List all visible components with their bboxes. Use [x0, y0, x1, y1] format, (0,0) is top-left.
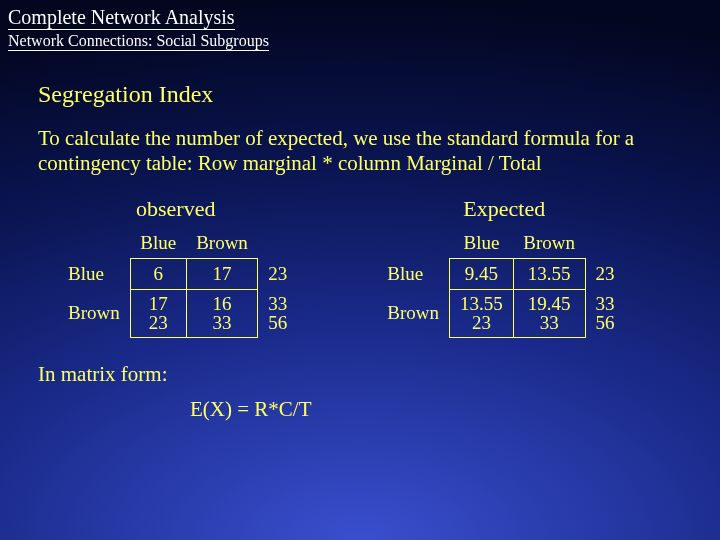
- observed-title: observed: [58, 196, 297, 222]
- observed-row-brown-label: Brown: [58, 289, 130, 338]
- observed-r1c2: 17: [186, 258, 258, 289]
- observed-col-brown: Brown: [186, 228, 258, 259]
- expected-r1c2: 13.55: [513, 258, 585, 289]
- expected-table: Blue Brown Blue 9.45 13.55 23 Brown 13.5…: [377, 228, 624, 339]
- observed-r2c2: 16 33: [186, 289, 258, 338]
- expected-r1c1: 9.45: [450, 258, 514, 289]
- expected-r1-marginal: 23: [585, 258, 625, 289]
- slide-subtitle: Network Connections: Social Subgroups: [8, 32, 269, 51]
- expected-row-blue-label: Blue: [377, 258, 449, 289]
- observed-r1-marginal: 23: [258, 258, 298, 289]
- expected-title: Expected: [377, 196, 624, 222]
- expected-r2-marginal: 33 56: [585, 289, 625, 338]
- formula: E(X) = R*C/T: [0, 397, 720, 422]
- observed-r2c1: 17 23: [130, 289, 186, 338]
- expected-col-brown: Brown: [513, 228, 585, 259]
- expected-r2c1: 13.55 23: [450, 289, 514, 338]
- observed-r2-marginal: 33 56: [258, 289, 298, 338]
- observed-table: Blue Brown Blue 6 17 23 Brown 17 23: [58, 228, 297, 339]
- expected-row-brown-label: Brown: [377, 289, 449, 338]
- observed-r1c1: 6: [130, 258, 186, 289]
- matrix-form-label: In matrix form:: [0, 362, 720, 387]
- observed-row-blue-label: Blue: [58, 258, 130, 289]
- expected-block: Expected Blue Brown Blue 9.45 13.55 23 B…: [377, 196, 624, 339]
- expected-r2c2: 19.45 33: [513, 289, 585, 338]
- observed-block: observed Blue Brown Blue 6 17 23 Brown: [58, 196, 297, 339]
- section-heading: Segregation Index: [38, 81, 682, 108]
- body-paragraph: To calculate the number of expected, we …: [38, 126, 682, 176]
- expected-col-blue: Blue: [450, 228, 514, 259]
- observed-col-blue: Blue: [130, 228, 186, 259]
- slide-title: Complete Network Analysis: [8, 6, 235, 30]
